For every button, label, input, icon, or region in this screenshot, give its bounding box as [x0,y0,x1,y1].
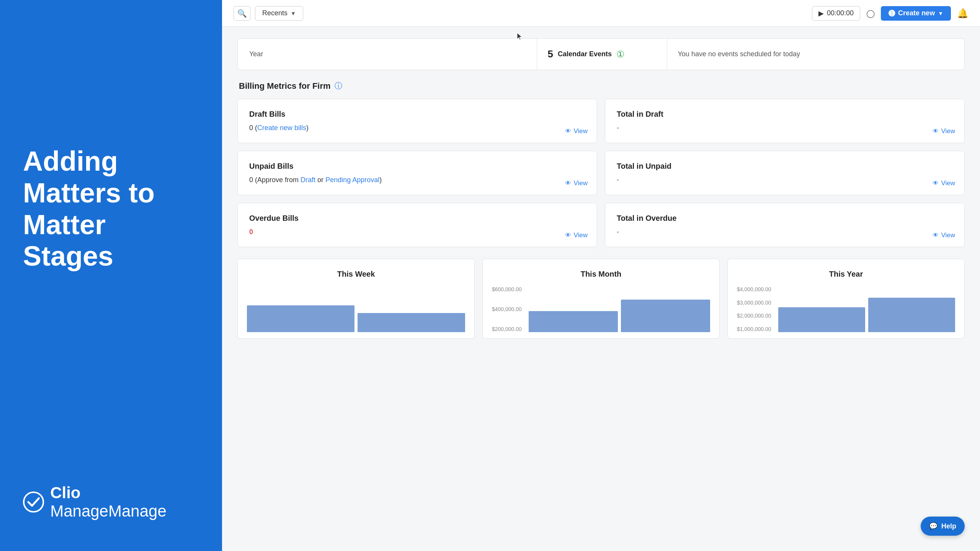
help-fab-label: Help [941,522,956,530]
billing-section-title: Billing Metrics for Firm [239,81,331,91]
draft-bills-eye-icon: 👁 [565,128,571,135]
calendar-year-label: Year [249,50,263,58]
chart-this-year-area: $4,000,000.00 $3,000,000.00 $2,000,000.0… [737,286,955,332]
create-new-bills-link[interactable]: Create new bills [257,124,306,132]
chart-bar [247,305,354,332]
main-content: Year 5 Calendar Events ① You have no eve… [222,27,980,551]
search-icon: 🔍 [237,9,247,18]
topbar-right: ▶ 00:00:00 ◯ ➊ Create new ▼ 🔔 [812,6,969,21]
calendar-no-events: You have no events scheduled for today [667,39,965,70]
total-unpaid-card: Total in Unpaid - 👁 View [605,151,965,195]
svg-point-0 [24,492,43,512]
clio-logo-normal: Manage [50,502,108,520]
overdue-bills-eye-icon: 👁 [565,232,571,239]
chart-this-year-bars [778,298,955,332]
clio-logo: Clio ManageManage [23,484,199,520]
chart-bar [529,311,618,332]
calendar-no-events-text: You have no events scheduled for today [678,50,800,58]
play-icon: ▶ [818,9,824,18]
unpaid-bills-card: Unpaid Bills 0 (Approve from Draft or Pe… [237,151,597,195]
create-new-chevron-icon: ▼ [938,10,943,16]
notification-bell-button[interactable]: 🔔 [957,8,969,19]
total-unpaid-eye-icon: 👁 [933,180,939,187]
unpaid-bills-title: Unpaid Bills [249,162,585,171]
topbar: 🔍 Recents ▼ ▶ 00:00:00 ◯ ➊ Create new ▼ … [222,0,980,27]
chart-this-month: This Month $600,000.00 $400,000.00 $200,… [482,259,720,339]
chart-this-month-bars [529,300,710,332]
left-panel: Adding Matters to Matter Stages Clio Man… [0,0,222,551]
total-overdue-title: Total in Overdue [617,214,953,223]
total-draft-value: - [617,124,953,132]
chart-bar [358,313,465,332]
unpaid-draft-link[interactable]: Draft [301,176,315,184]
total-unpaid-value: - [617,176,953,184]
recents-label: Recents [262,9,287,17]
total-draft-eye-icon: 👁 [933,128,939,135]
overdue-bills-value: 0 [249,228,585,236]
total-unpaid-title: Total in Unpaid [617,162,953,171]
chart-this-week-title: This Week [247,270,465,279]
total-draft-title: Total in Draft [617,110,953,119]
chart-this-week-bars [247,305,465,332]
clio-logo-text: Clio ManageManage [50,484,199,520]
chart-this-year-title: This Year [737,270,955,279]
clock-icon[interactable]: ◯ [866,9,875,18]
calendar-left: Year [238,39,537,70]
draft-bills-title: Draft Bills [249,110,585,119]
unpaid-bills-eye-icon: 👁 [565,180,571,187]
billing-header: Billing Metrics for Firm ⓘ [237,81,965,91]
chart-bar [868,298,955,332]
topbar-left: 🔍 Recents ▼ [234,6,303,21]
total-overdue-eye-icon: 👁 [933,232,939,239]
calendar-events-label: Calendar Events [558,50,612,58]
chart-this-week: This Week [237,259,475,339]
draft-bills-value: 0 (Create new bills) [249,124,585,132]
total-overdue-card: Total in Overdue - 👁 View [605,203,965,247]
overdue-bills-card: Overdue Bills 0 👁 View [237,203,597,247]
recents-chevron-icon: ▼ [291,10,296,16]
timer-value: 00:00:00 [827,9,854,17]
chart-this-month-y-labels: $600,000.00 $400,000.00 $200,000.00 [492,286,525,332]
calendar-add-icon[interactable]: ① [616,49,625,60]
chart-this-year: This Year $4,000,000.00 $3,000,000.00 $2… [727,259,965,339]
recents-button[interactable]: Recents ▼ [255,6,303,21]
help-fab-button[interactable]: 💬 Help [921,517,965,536]
billing-help-icon[interactable]: ⓘ [335,81,342,91]
chart-this-week-area [247,286,465,332]
chart-bar [621,300,710,332]
chart-this-month-area: $600,000.00 $400,000.00 $200,000.00 [492,286,710,332]
chart-this-year-y-labels: $4,000,000.00 $3,000,000.00 $2,000,000.0… [737,286,774,332]
total-draft-card: Total in Draft - 👁 View [605,99,965,143]
clio-logo-bold: Clio [50,484,80,502]
billing-grid: Draft Bills 0 (Create new bills) 👁 View … [237,99,965,247]
total-overdue-view-link[interactable]: 👁 View [933,231,955,239]
timer-button[interactable]: ▶ 00:00:00 [812,6,860,21]
total-draft-view-link[interactable]: 👁 View [933,127,955,135]
clio-logo-icon [23,491,44,513]
overdue-bills-view-link[interactable]: 👁 View [565,231,588,239]
draft-bills-card: Draft Bills 0 (Create new bills) 👁 View [237,99,597,143]
pending-approval-link[interactable]: Pending Approval [325,176,379,184]
search-button[interactable]: 🔍 [234,6,250,21]
right-panel: 🔍 Recents ▼ ▶ 00:00:00 ◯ ➊ Create new ▼ … [222,0,980,551]
chart-bar [778,307,865,332]
unpaid-bills-value: 0 (Approve from Draft or Pending Approva… [249,176,585,184]
plus-circle-icon: ➊ [889,9,895,18]
calendar-events-section: 5 Calendar Events ① [537,39,667,70]
charts-row: This Week This Month $600,000.00 $400,00… [237,259,965,339]
clio-logo-manage: Manage [108,502,167,520]
unpaid-bills-view-link[interactable]: 👁 View [565,179,588,187]
create-new-label: Create new [898,9,935,17]
help-chat-icon: 💬 [929,522,938,530]
calendar-row: Year 5 Calendar Events ① You have no eve… [237,38,965,70]
draft-bills-view-link[interactable]: 👁 View [565,127,588,135]
left-panel-heading: Adding Matters to Matter Stages [23,145,199,272]
create-new-button[interactable]: ➊ Create new ▼ [881,6,951,21]
calendar-events-count: 5 [548,48,553,60]
total-unpaid-view-link[interactable]: 👁 View [933,179,955,187]
overdue-bills-title: Overdue Bills [249,214,585,223]
chart-this-month-title: This Month [492,270,710,279]
total-overdue-value: - [617,228,953,236]
